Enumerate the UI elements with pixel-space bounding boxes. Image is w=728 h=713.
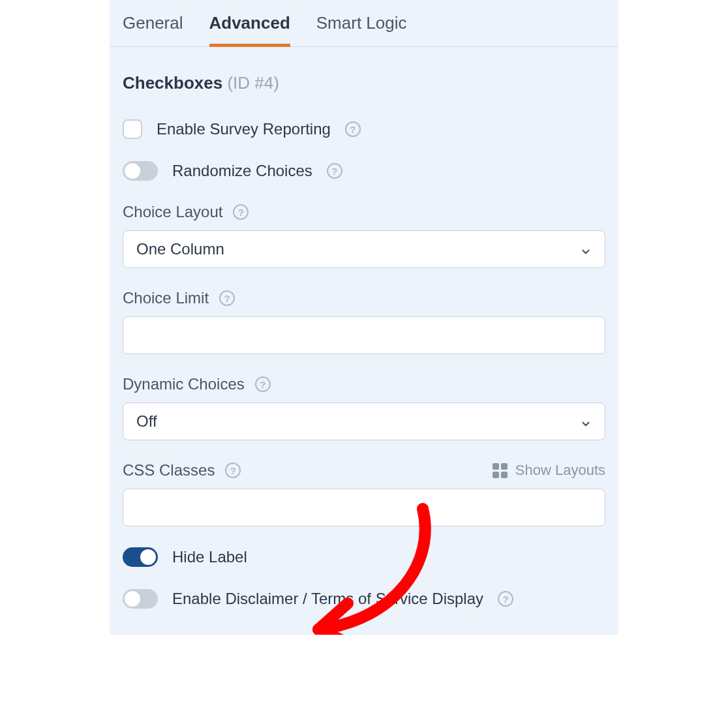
- label-choice-layout: Choice Layout ?: [123, 203, 605, 221]
- grid-icon: [493, 463, 508, 478]
- label-hide-label: Hide Label: [172, 548, 247, 566]
- panel-content: Checkboxes (ID #4) Enable Survey Reporti…: [110, 47, 618, 615]
- section-id: (ID #4): [227, 73, 279, 93]
- select-choice-layout-value: One Column: [136, 240, 224, 258]
- tab-smart-logic[interactable]: Smart Logic: [316, 13, 407, 46]
- help-icon[interactable]: ?: [225, 463, 241, 478]
- label-randomize-choices: Randomize Choices: [172, 162, 312, 180]
- select-choice-layout[interactable]: One Column: [123, 230, 605, 268]
- input-css-classes[interactable]: [123, 489, 605, 526]
- group-choice-limit: Choice Limit ?: [123, 289, 605, 354]
- label-choice-limit: Choice Limit ?: [123, 289, 605, 307]
- input-choice-limit[interactable]: [123, 316, 605, 354]
- tabs: General Advanced Smart Logic: [110, 0, 618, 47]
- help-icon[interactable]: ?: [233, 204, 249, 220]
- toggle-randomize-choices[interactable]: [123, 161, 158, 181]
- label-enable-disclaimer: Enable Disclaimer / Terms of Service Dis…: [172, 590, 483, 608]
- label-dynamic-choices: Dynamic Choices ?: [123, 375, 605, 393]
- label-dynamic-choices-text: Dynamic Choices: [123, 375, 245, 393]
- select-dynamic-choices-value: Off: [136, 412, 157, 431]
- help-icon[interactable]: ?: [498, 591, 513, 607]
- toggle-enable-disclaimer[interactable]: [123, 589, 158, 609]
- label-css-classes: CSS Classes ?: [123, 461, 241, 479]
- row-randomize-choices: Randomize Choices ?: [123, 161, 605, 181]
- row-enable-disclaimer: Enable Disclaimer / Terms of Service Dis…: [123, 589, 605, 609]
- help-icon[interactable]: ?: [345, 121, 361, 137]
- label-enable-survey-reporting: Enable Survey Reporting: [157, 120, 331, 138]
- group-choice-layout: Choice Layout ? One Column: [123, 203, 605, 268]
- group-dynamic-choices: Dynamic Choices ? Off: [123, 375, 605, 440]
- select-dynamic-choices[interactable]: Off: [123, 402, 605, 440]
- show-layouts-button[interactable]: Show Layouts: [493, 462, 605, 479]
- row-enable-survey-reporting: Enable Survey Reporting ?: [123, 119, 605, 139]
- show-layouts-label: Show Layouts: [515, 462, 605, 479]
- label-choice-layout-text: Choice Layout: [123, 203, 222, 221]
- row-hide-label: Hide Label: [123, 547, 605, 567]
- group-css-classes: CSS Classes ? Show Layouts: [123, 461, 605, 526]
- help-icon[interactable]: ?: [327, 163, 342, 179]
- advanced-settings-panel: General Advanced Smart Logic Checkboxes …: [110, 0, 618, 635]
- section-title: Checkboxes (ID #4): [123, 73, 605, 93]
- checkbox-enable-survey-reporting[interactable]: [123, 119, 142, 139]
- chevron-down-icon: [580, 416, 592, 427]
- help-icon[interactable]: ?: [255, 376, 271, 392]
- label-choice-limit-text: Choice Limit: [123, 289, 209, 307]
- section-title-text: Checkboxes: [123, 73, 222, 93]
- tab-general[interactable]: General: [123, 13, 183, 46]
- tab-advanced[interactable]: Advanced: [209, 13, 290, 47]
- help-icon[interactable]: ?: [219, 290, 235, 306]
- label-css-classes-text: CSS Classes: [123, 461, 215, 479]
- toggle-hide-label[interactable]: [123, 547, 158, 567]
- chevron-down-icon: [580, 243, 592, 255]
